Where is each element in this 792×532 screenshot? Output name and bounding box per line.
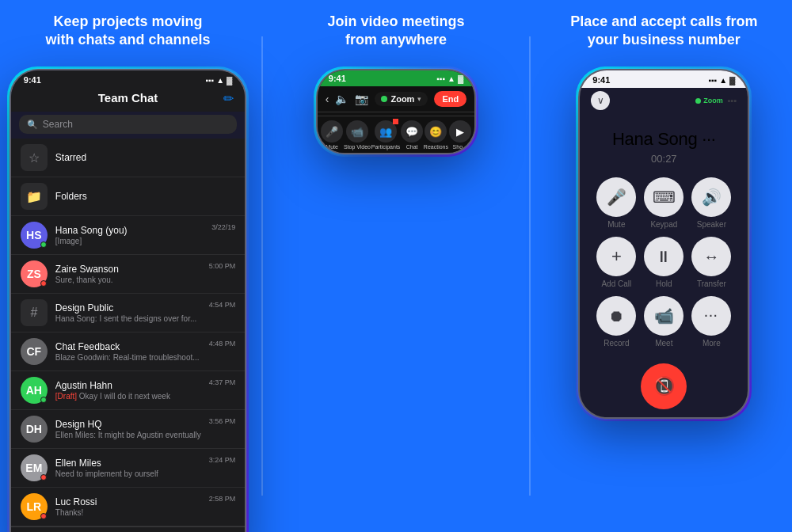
speaker-control[interactable]: 🔊 Speaker bbox=[687, 177, 735, 229]
row-name: Zaire Swanson bbox=[55, 264, 201, 275]
meet-control[interactable]: 📹 Meet bbox=[640, 296, 687, 348]
zoom-status-dot bbox=[381, 96, 387, 102]
list-item-chat-feedback[interactable]: CF Chat Feedback Blaze Goodwin: Real-tim… bbox=[11, 332, 246, 371]
speaker-icon[interactable]: 🔈 bbox=[335, 93, 348, 105]
status-time: 9:41 bbox=[329, 74, 346, 83]
battery-icon: ▓ bbox=[458, 74, 463, 83]
camera-icon[interactable]: 📷 bbox=[355, 93, 368, 105]
search-bar[interactable]: 🔍 Search bbox=[19, 115, 238, 134]
list-item-ellen[interactable]: EM Ellen Miles Need to implement by ours… bbox=[11, 449, 246, 488]
row-msg: Blaze Goodwin: Real-time troubleshoot... bbox=[55, 353, 201, 362]
signal-icon: ▪▪▪ bbox=[206, 76, 215, 85]
phone2-outer: 9:41 ▪▪▪ ▲ ▓ ‹ 🔈 📷 Zoom ▾ End bbox=[314, 66, 478, 157]
participants-label: Participants bbox=[371, 144, 401, 150]
caller-section: Hana Song ··· 00:27 bbox=[580, 113, 748, 177]
row-name: Chat Feedback bbox=[55, 341, 201, 352]
avatar-luc: LR bbox=[21, 493, 48, 520]
add-call-icon: + bbox=[596, 237, 636, 276]
end-call-section: 📵 bbox=[580, 348, 748, 417]
list-item-design-hq[interactable]: DH Design HQ Ellen Miles: It might be Ag… bbox=[11, 410, 246, 449]
keypad-control[interactable]: ⌨ Keypad bbox=[640, 177, 687, 229]
mute-label: Mute bbox=[326, 144, 338, 150]
row-name: Agustin Hahn bbox=[55, 380, 201, 391]
more-button[interactable]: ▶ Sho... bbox=[449, 120, 471, 150]
mute-icon: 🎤 bbox=[596, 177, 636, 217]
row-time: 5:00 PM bbox=[209, 260, 236, 270]
avatar-agustin: AH bbox=[21, 377, 48, 404]
row-name: Starred bbox=[55, 152, 236, 163]
list-item-hana[interactable]: HS Hana Song (you) [Image] 3/22/19 bbox=[11, 216, 246, 255]
end-call-button[interactable]: 📵 bbox=[641, 363, 687, 409]
list-item-design-public[interactable]: # Design Public Hana Song: I sent the de… bbox=[11, 294, 246, 332]
add-call-label: Add Call bbox=[601, 279, 631, 288]
status-icons: ▪▪▪ ▲ ▓ bbox=[206, 76, 233, 85]
minimize-button[interactable]: ∨ bbox=[591, 91, 610, 110]
online-indicator bbox=[40, 397, 47, 403]
status-icons: ▪▪▪ ▲ ▓ bbox=[709, 76, 736, 85]
call-mini-bar: ∨ Zoom ▪▪▪ bbox=[580, 88, 748, 113]
controls-row-3: ⏺ Record 📹 Meet ··· More bbox=[592, 296, 735, 348]
keypad-label: Keypad bbox=[650, 220, 677, 229]
unread-indicator bbox=[40, 513, 47, 519]
row-name: Luc Rossi bbox=[55, 496, 201, 507]
phone2-status-bar: 9:41 ▪▪▪ ▲ ▓ bbox=[318, 70, 474, 86]
phone1-status-bar: 9:41 ▪▪▪ ▲ ▓ bbox=[11, 70, 246, 88]
stop-video-label: Stop Video bbox=[344, 144, 371, 150]
keypad-icon: ⌨ bbox=[644, 177, 683, 217]
signal-icon: ▪▪▪ bbox=[709, 76, 718, 85]
reactions-button[interactable]: 😊 Reactions bbox=[424, 120, 448, 150]
more-label: Sho... bbox=[453, 144, 467, 150]
transfer-icon: ↔ bbox=[691, 237, 731, 276]
mute-button[interactable]: 🎤 Mute bbox=[321, 120, 343, 150]
row-content: Hana Song (you) [Image] bbox=[55, 225, 204, 245]
row-msg: [Image] bbox=[55, 237, 204, 245]
transfer-control[interactable]: ↔ Transfer bbox=[687, 237, 735, 288]
chevron-down-icon: ▾ bbox=[417, 95, 421, 103]
more-icon: ··· bbox=[691, 296, 731, 336]
chat-button[interactable]: 💬 Chat bbox=[401, 120, 423, 150]
hold-icon: ⏸ bbox=[644, 237, 683, 276]
participants-button[interactable]: 👥 Participants bbox=[371, 120, 401, 150]
unread-indicator bbox=[40, 474, 47, 481]
row-time: 4:54 PM bbox=[209, 299, 236, 309]
zoom-label: Zoom bbox=[390, 94, 414, 104]
back-icon[interactable]: ‹ bbox=[326, 93, 329, 105]
video-icon: 📹 bbox=[346, 120, 368, 142]
row-msg: Need to implement by ourself bbox=[55, 469, 201, 478]
add-call-control[interactable]: + Add Call bbox=[592, 237, 640, 288]
row-content: Agustin Hahn [Draft] Okay I will do it n… bbox=[55, 380, 201, 401]
caller-name: Hana Song ··· bbox=[580, 129, 748, 150]
list-item-starred[interactable]: ☆ Starred bbox=[11, 139, 246, 177]
chat-label: Chat bbox=[406, 144, 418, 150]
row-name: Hana Song (you) bbox=[55, 225, 204, 236]
more-control[interactable]: ··· More bbox=[687, 296, 735, 348]
speaker-label: Speaker bbox=[697, 220, 726, 229]
row-time: 3:56 PM bbox=[209, 416, 236, 425]
end-call-button[interactable]: End bbox=[434, 91, 466, 107]
edit-icon[interactable]: ✏ bbox=[223, 91, 234, 106]
chat-list: ☆ Starred 📁 Folders HS bbox=[11, 139, 246, 526]
row-msg: [Draft] Okay I will do it next week bbox=[55, 392, 201, 401]
divider-1 bbox=[261, 36, 263, 496]
list-item-agustin[interactable]: AH Agustin Hahn [Draft] Okay I will do i… bbox=[11, 371, 246, 410]
hold-control[interactable]: ⏸ Hold bbox=[640, 237, 687, 288]
list-item-folders[interactable]: 📁 Folders bbox=[11, 177, 246, 216]
mute-control[interactable]: 🎤 Mute bbox=[592, 177, 640, 229]
list-item-luc[interactable]: LR Luc Rossi Thanks! 2:58 PM bbox=[11, 488, 246, 526]
row-name: Design Public bbox=[55, 302, 201, 314]
status-icons: ▪▪▪ ▲ ▓ bbox=[436, 74, 463, 83]
wifi-icon: ▲ bbox=[719, 76, 727, 85]
row-name: Folders bbox=[55, 191, 236, 202]
panel3-title: Place and accept calls from your busines… bbox=[570, 13, 757, 54]
channel-icon: # bbox=[21, 299, 48, 326]
row-time: 4:37 PM bbox=[209, 377, 236, 386]
meet-label: Meet bbox=[655, 339, 672, 348]
wifi-icon: ▲ bbox=[216, 76, 224, 85]
list-item-zaire[interactable]: ZS Zaire Swanson Sure, thank you. 5:00 P… bbox=[11, 255, 246, 294]
folders-icon: 📁 bbox=[21, 183, 48, 210]
speaker-icon: 🔊 bbox=[691, 177, 731, 217]
stop-video-button[interactable]: 📹 Stop Video bbox=[344, 120, 371, 150]
divider-2 bbox=[529, 36, 531, 496]
record-control[interactable]: ⏺ Record bbox=[592, 296, 640, 348]
record-label: Record bbox=[604, 339, 629, 348]
